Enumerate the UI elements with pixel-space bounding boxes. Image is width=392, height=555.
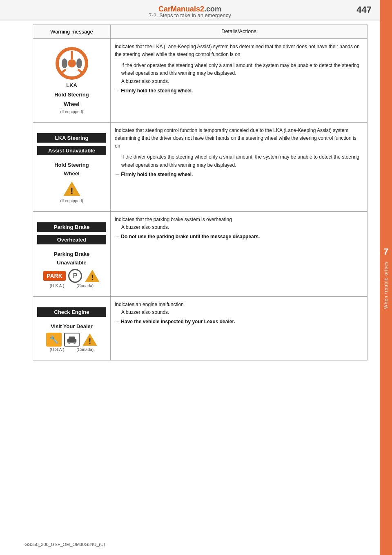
col-header-details: Details/Actions: [111, 25, 368, 39]
parking-icon-area: Parking Brake Overheated Parking Brake U…: [37, 216, 106, 292]
warning-cell-lka-steering: LKA Steering Assist Unavailable Hold Ste…: [33, 122, 111, 211]
col-header-warning: Warning message: [33, 25, 111, 39]
check-engine-label1: Check Engine: [37, 307, 106, 317]
lka-detail-action: → Firmly hold the steering wheel.: [115, 87, 363, 95]
check-engine-detail-buzzer: A buzzer also sounds.: [115, 309, 363, 316]
lka-icon-area: LKA Hold Steering Wheel (If equipped): [37, 43, 106, 118]
svg-point-6: [76, 58, 82, 68]
check-canada-label: (Canada): [76, 347, 94, 352]
parking-label1: Parking Brake: [37, 222, 106, 232]
main-content: CarManuals2.com 7-2. Steps to take in an…: [0, 0, 380, 555]
lka-steering-equipped: (If equipped): [60, 199, 83, 203]
warning-cell-check-engine: Check Engine Visit Your Dealer 🔧: [33, 296, 111, 360]
canada-label: (Canada): [76, 284, 94, 288]
footer-text: GS350_300_GSF_OM_OM30G34U_(U): [24, 542, 105, 547]
parking-detail-action: → Do not use the parking brake until the…: [115, 233, 363, 241]
table-row: Check Engine Visit Your Dealer 🔧: [33, 296, 368, 360]
lka-detail-buzzer: A buzzer also sounds.: [115, 78, 363, 85]
park-badge: PARK: [43, 271, 66, 281]
lka-steering-icon-area: LKA Steering Assist Unavailable Hold Ste…: [37, 127, 106, 207]
details-cell-lka: Indicates that the LKA (Lane-Keeping Ass…: [111, 38, 368, 122]
lka-hold-label2: Hold Steering Wheel: [54, 159, 89, 177]
car-svg: [66, 335, 78, 345]
visit-dealer-label: Visit Your Dealer: [51, 323, 93, 329]
check-engine-detail-action: → Have the vehicle inspected by your Lex…: [115, 318, 363, 326]
lka-steering-label2: Assist Unavailable: [37, 146, 106, 155]
svg-point-5: [62, 58, 67, 68]
lka-steering-label1: LKA Steering: [37, 133, 106, 143]
svg-point-1: [68, 59, 76, 67]
details-cell-parking: Indicates that the parking brake system …: [111, 211, 368, 296]
check-engine-svg: 🔧: [48, 335, 60, 345]
page: CarManuals2.com 7-2. Steps to take in an…: [0, 0, 392, 555]
check-engine-icons-row: 🔧: [46, 333, 98, 347]
p-circle-icon: P: [68, 269, 82, 283]
lka-steering-detail-main: Indicates that steering control function…: [115, 127, 363, 150]
chapter-number: 7: [383, 246, 388, 257]
details-cell-check-engine: Indicates an engine malfunction A buzzer…: [111, 296, 368, 360]
parking-icons-row: PARK P !: [43, 269, 100, 283]
parking-detail-main: Indicates that the parking brake system …: [115, 216, 363, 224]
lka-equipped: (If equipped): [60, 110, 83, 114]
check-engine-icon-area: Check Engine Visit Your Dealer 🔧: [37, 301, 106, 356]
lka-detail-main: Indicates that the LKA (Lane-Keeping Ass…: [115, 43, 363, 58]
lka-detail-indent: If the driver operates the steering whee…: [115, 62, 363, 77]
svg-marker-13: [68, 336, 75, 339]
svg-text:!: !: [70, 186, 73, 196]
lka-hold-label: Hold Steering: [54, 92, 89, 98]
parking-country-labels: (U.S.A.) (Canada): [50, 284, 94, 288]
page-number: 447: [356, 4, 372, 15]
lka-steering-icon: [56, 47, 88, 80]
content-area: Warning message Details/Actions: [0, 20, 380, 377]
details-cell-lka-steering: Indicates that steering control function…: [111, 122, 368, 211]
table-row: LKA Steering Assist Unavailable Hold Ste…: [33, 122, 368, 211]
svg-text:!: !: [91, 273, 94, 282]
svg-text:🔧: 🔧: [49, 335, 59, 344]
usa-label: (U.S.A.): [50, 284, 65, 288]
check-usa-label: (U.S.A.): [50, 347, 65, 352]
lka-steering-detail-indent: If the driver operates the steering whee…: [115, 153, 363, 169]
table-row: LKA Hold Steering Wheel (If equipped) In…: [33, 38, 368, 122]
check-engine-country-labels: (U.S.A.) (Canada): [50, 347, 94, 352]
warning-table: Warning message Details/Actions: [33, 25, 368, 360]
chapter-side-tab: 7 When trouble arises: [380, 0, 392, 555]
check-engine-box: 🔧: [46, 333, 62, 347]
check-engine-detail-main: Indicates an engine malfunction: [115, 301, 363, 309]
lka-label: LKA: [66, 82, 77, 88]
check-engine-alert-icon: !: [82, 333, 98, 347]
svg-point-15: [73, 341, 76, 344]
car-icon-box: [64, 333, 80, 347]
chapter-label: When trouble arises: [383, 261, 388, 309]
parking-label2: Overheated: [37, 235, 106, 244]
parking-detail-buzzer: A buzzer also sounds.: [115, 224, 363, 231]
warning-cell-lka: LKA Hold Steering Wheel (If equipped): [33, 38, 111, 122]
alert-triangle-icon: !: [63, 181, 81, 197]
svg-point-14: [68, 341, 70, 344]
parking-label4: Unavailable: [54, 260, 89, 266]
table-row: Parking Brake Overheated Parking Brake U…: [33, 211, 368, 296]
lka-wheel-label: Wheel: [64, 101, 79, 107]
lka-steering-detail-action: → Firmly hold the steering wheel.: [115, 171, 363, 179]
svg-text:!: !: [88, 337, 91, 345]
parking-alert-icon: !: [85, 269, 100, 283]
section-title: 7-2. Steps to take in an emergency: [149, 12, 231, 18]
header: CarManuals2.com 7-2. Steps to take in an…: [0, 0, 380, 20]
parking-label3: Parking Brake: [54, 251, 89, 257]
warning-cell-parking: Parking Brake Overheated Parking Brake U…: [33, 211, 111, 296]
